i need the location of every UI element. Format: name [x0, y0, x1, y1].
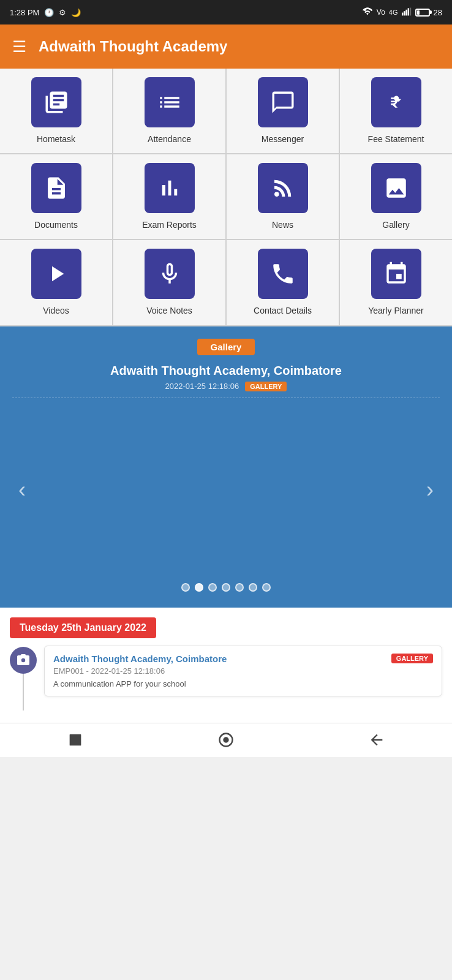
gallery-meta-badge: GALLERY [245, 382, 287, 391]
attendance-icon-box [145, 77, 195, 127]
event-card-sub: EMP001 - 2022-01-25 12:18:06 [53, 666, 433, 676]
gallery-datetime: 2022-01-25 12:18:06 [165, 382, 239, 391]
gallery-meta: 2022-01-25 12:18:06 GALLERY [0, 382, 452, 391]
clock-icon: 🌙 [71, 8, 81, 17]
svg-rect-4 [409, 7, 410, 15]
circle-icon [217, 731, 235, 748]
news-icon-box [258, 163, 308, 213]
battery-icon [415, 9, 430, 17]
stop-icon [67, 731, 84, 748]
status-left: 1:28 PM 🕐 ⚙ 🌙 [10, 8, 81, 17]
gallery-icon-box [371, 163, 421, 213]
battery-level: 28 [434, 8, 442, 17]
events-section: Tuesday 25th January 2022 Adwaith Though… [0, 608, 452, 723]
calendar-icon [383, 261, 409, 287]
app-grid-menu: Hometask Attendance Messenger Fee Statem… [0, 69, 452, 326]
date-badge: Tuesday 25th January 2022 [10, 617, 156, 638]
gallery-divider [12, 398, 440, 398]
settings-icon: ⚙ [59, 8, 66, 17]
messenger-icon-box [258, 77, 308, 127]
dot-1[interactable] [181, 583, 190, 592]
hamburger-menu-button[interactable]: ☰ [12, 37, 26, 56]
chart-icon [157, 175, 183, 201]
grid-item-voice-notes[interactable]: Voice Notes [113, 240, 225, 325]
attendance-label: Attendance [148, 134, 191, 145]
gallery-section-title: Adwaith Thought Academy, Coimbatore [0, 364, 452, 378]
svg-rect-2 [405, 9, 407, 15]
event-card-title: Adwaith Thought Academy, Coimbatore [53, 654, 227, 664]
play-icon [43, 261, 69, 287]
app-title: Adwaith Thought Academy [39, 38, 227, 55]
dot-4[interactable] [222, 583, 230, 592]
grid-item-news[interactable]: News [227, 154, 339, 239]
dot-7[interactable] [262, 583, 271, 592]
wifi-icon [362, 7, 373, 18]
svg-rect-1 [404, 11, 405, 15]
event-card-header: Adwaith Thought Academy, Coimbatore GALL… [53, 654, 433, 664]
carousel-prev-button[interactable]: ‹ [12, 471, 32, 509]
alarm-icon: 🕐 [44, 8, 54, 17]
svg-point-7 [223, 737, 228, 742]
dot-5[interactable] [235, 583, 244, 592]
dot-2[interactable] [195, 583, 203, 592]
dot-6[interactable] [249, 583, 257, 592]
network-icon: 4G [389, 9, 398, 16]
stop-button[interactable] [57, 726, 94, 753]
grid-item-attendance[interactable]: Attendance [113, 69, 225, 153]
rupee-icon [383, 89, 409, 115]
grid-item-videos[interactable]: Videos [0, 240, 112, 325]
hometask-icon-box [31, 77, 81, 127]
status-time: 1:28 PM [10, 8, 39, 17]
grid-item-contact-details[interactable]: Contact Details [227, 240, 339, 325]
documents-icon-box [31, 163, 81, 213]
voice-notes-label: Voice Notes [146, 305, 192, 316]
grid-item-hometask[interactable]: Hometask [0, 69, 112, 153]
videos-label: Videos [43, 305, 69, 316]
status-bar: 1:28 PM 🕐 ⚙ 🌙 Vo 4G 28 [0, 0, 452, 24]
dot-3[interactable] [208, 583, 217, 592]
news-label: News [272, 219, 293, 230]
back-button[interactable] [358, 726, 395, 753]
videos-icon-box [31, 249, 81, 299]
carousel-dots [0, 576, 452, 598]
messenger-label: Messenger [262, 134, 304, 145]
yearly-planner-icon-box [371, 249, 421, 299]
event-card-badge: GALLERY [391, 654, 433, 663]
book-icon [43, 89, 69, 115]
event-avatar [10, 647, 37, 674]
document-icon [43, 175, 69, 201]
voice-notes-icon-box [145, 249, 195, 299]
event-card-desc: A communication APP for your school [53, 679, 433, 688]
documents-label: Documents [34, 219, 78, 230]
gallery-section: Gallery Adwaith Thought Academy, Coimbat… [0, 326, 452, 608]
app-header: ☰ Adwaith Thought Academy [0, 24, 452, 69]
gallery-icon [383, 175, 409, 201]
event-left-col [10, 646, 37, 710]
carousel-next-button[interactable]: › [420, 471, 440, 509]
grid-item-messenger[interactable]: Messenger [227, 69, 339, 153]
signal-icon: Vo [377, 8, 385, 17]
timeline-line [23, 674, 24, 710]
carousel-area: ‹ › [0, 404, 452, 576]
grid-item-exam-reports[interactable]: Exam Reports [113, 154, 225, 239]
fee-statement-label: Fee Statement [368, 134, 424, 145]
grid-item-documents[interactable]: Documents [0, 154, 112, 239]
rss-icon [270, 175, 296, 201]
grid-item-yearly-planner[interactable]: Yearly Planner [340, 240, 452, 325]
grid-item-fee-statement[interactable]: Fee Statement [340, 69, 452, 153]
grid-item-gallery[interactable]: Gallery [340, 154, 452, 239]
yearly-planner-label: Yearly Planner [368, 305, 424, 316]
contact-details-label: Contact Details [254, 305, 312, 316]
exam-reports-label: Exam Reports [142, 219, 197, 230]
bottom-nav [0, 723, 452, 757]
carousel-content [32, 417, 420, 564]
gallery-section-badge[interactable]: Gallery [197, 339, 255, 355]
gallery-label: Gallery [382, 219, 409, 230]
contact-icon-box [258, 249, 308, 299]
phone-icon [270, 261, 296, 287]
event-item: Adwaith Thought Academy, Coimbatore GALL… [0, 646, 452, 710]
mic-icon [157, 261, 183, 287]
chat-icon [270, 89, 296, 115]
home-button[interactable] [208, 726, 244, 753]
fee-icon-box [371, 77, 421, 127]
